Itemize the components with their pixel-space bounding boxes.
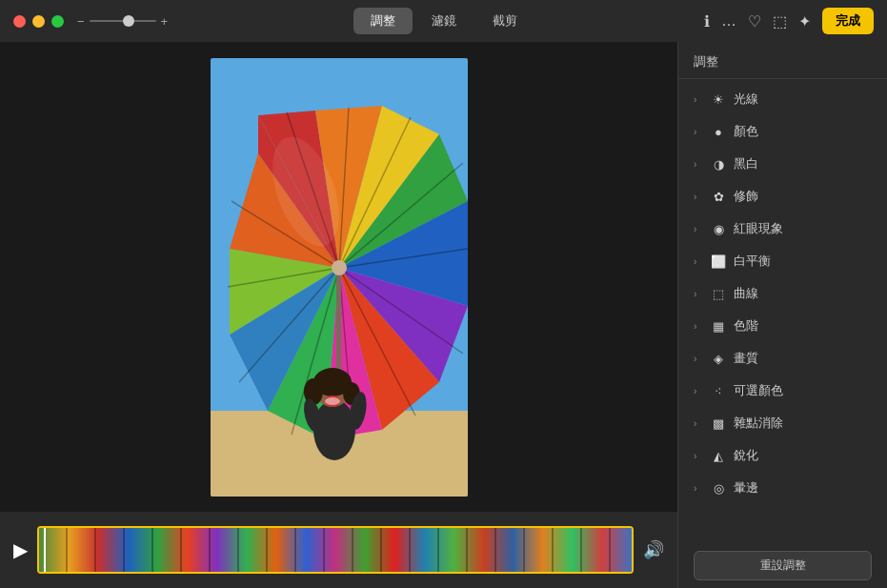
adjust-icon-vignette: ◎: [711, 480, 726, 496]
adjust-icon-redeye: ◉: [711, 221, 726, 236]
expand-arrow: ›: [694, 159, 703, 170]
expand-arrow: ›: [694, 386, 703, 396]
brightness-slider[interactable]: − +: [77, 14, 168, 29]
adjust-label-light: 光線: [734, 91, 872, 108]
expand-arrow: ›: [694, 127, 703, 137]
adjust-icon-bw: ◑: [711, 156, 726, 172]
window-controls: [0, 15, 64, 28]
adjust-icon-levels: ▦: [711, 318, 726, 334]
panel-title: 調整: [678, 42, 887, 79]
tab-adjust[interactable]: 調整: [353, 8, 413, 34]
expand-arrow: ›: [694, 451, 703, 461]
adjust-item-sharpen[interactable]: › ◭ 銳化: [678, 439, 887, 472]
photo-image: [211, 58, 468, 497]
expand-arrow: ›: [694, 289, 703, 299]
adjust-list: › ☀ 光線 › ● 顏色 › ◑ 黑白 › ✿ 修飾 › ◉ 紅眼現象 › ⬜…: [678, 79, 887, 543]
rotate-icon[interactable]: ⬚: [773, 12, 787, 30]
play-button[interactable]: ▶: [13, 538, 28, 561]
slider-thumb[interactable]: [123, 15, 134, 27]
svg-point-36: [325, 397, 340, 405]
playhead: [44, 528, 46, 572]
tab-crop[interactable]: 截剪: [475, 8, 534, 34]
adjust-icon-light: ☀: [711, 91, 726, 107]
adjust-item-noise[interactable]: › ▩ 雜點消除: [678, 407, 887, 439]
adjust-item-color[interactable]: › ● 顏色: [678, 115, 887, 148]
svg-point-28: [313, 399, 355, 460]
main-photo-area: [0, 42, 677, 512]
photo-container: [211, 58, 468, 497]
done-button[interactable]: 完成: [822, 8, 874, 34]
adjust-icon-definition: ◈: [711, 351, 726, 366]
adjust-icon-curves: ⬚: [711, 286, 726, 301]
adjust-icon-sharpen: ◭: [711, 448, 726, 463]
expand-arrow: ›: [694, 483, 703, 494]
adjust-icon-selective: ⁖: [711, 383, 726, 398]
adjust-item-redeye[interactable]: › ◉ 紅眼現象: [678, 213, 887, 245]
adjust-label-definition: 畫質: [734, 350, 872, 367]
adjust-label-bw: 黑白: [734, 155, 872, 172]
adjust-label-color: 顏色: [734, 123, 872, 140]
magic-icon[interactable]: ✦: [798, 12, 811, 30]
maximize-button[interactable]: [51, 15, 64, 28]
slider-track[interactable]: [90, 20, 156, 22]
reset-button[interactable]: 重設調整: [694, 551, 872, 580]
expand-arrow: ›: [694, 256, 703, 267]
adjust-item-retouch[interactable]: › ✿ 修飾: [678, 180, 887, 213]
expand-arrow: ›: [694, 321, 703, 332]
close-button[interactable]: [13, 15, 26, 28]
adjust-icon-wb: ⬜: [711, 253, 726, 269]
adjust-label-vignette: 暈邊: [734, 479, 872, 497]
right-panel: 調整 › ☀ 光線 › ● 顏色 › ◑ 黑白 › ✿ 修飾 › ◉ 紅眼現象 …: [677, 42, 887, 588]
adjust-icon-color: ●: [711, 124, 726, 139]
adjust-item-bw[interactable]: › ◑ 黑白: [678, 148, 887, 180]
svg-point-37: [332, 260, 347, 275]
adjust-item-vignette[interactable]: › ◎ 暈邊: [678, 472, 887, 504]
heart-icon[interactable]: ♡: [748, 12, 761, 30]
adjust-icon-retouch: ✿: [711, 189, 726, 204]
expand-arrow: ›: [694, 418, 703, 429]
brightness-max: +: [161, 14, 169, 29]
expand-arrow: ›: [694, 224, 703, 234]
expand-arrow: ›: [694, 354, 703, 364]
adjust-item-curves[interactable]: › ⬚ 曲線: [678, 277, 887, 310]
tab-group: 調整 濾鏡 截剪: [353, 8, 534, 34]
filmstrip-overlay: [39, 528, 632, 572]
adjust-label-wb: 白平衡: [734, 253, 872, 270]
adjust-label-redeye: 紅眼現象: [734, 220, 872, 237]
info-icon[interactable]: ℹ: [704, 12, 710, 30]
filmstrip-area: ▶ 🔊: [0, 512, 677, 588]
expand-arrow: ›: [694, 192, 703, 202]
adjust-item-wb[interactable]: › ⬜ 白平衡: [678, 245, 887, 277]
adjust-label-sharpen: 銳化: [734, 447, 872, 464]
expand-arrow: ›: [694, 94, 703, 105]
adjust-label-selective: 可選顏色: [734, 382, 872, 399]
adjust-label-noise: 雜點消除: [734, 415, 872, 432]
adjust-item-selective[interactable]: › ⁖ 可選顏色: [678, 375, 887, 407]
more-icon[interactable]: …: [721, 12, 736, 30]
adjust-item-levels[interactable]: › ▦ 色階: [678, 310, 887, 342]
volume-button[interactable]: 🔊: [643, 539, 664, 560]
minimize-button[interactable]: [32, 15, 45, 28]
adjust-label-retouch: 修飾: [734, 188, 872, 205]
adjust-label-curves: 曲線: [734, 285, 872, 302]
adjust-icon-noise: ▩: [711, 416, 726, 431]
tab-filters[interactable]: 濾鏡: [414, 8, 474, 34]
toolbar-right: ℹ … ♡ ⬚ ✦ 完成: [704, 8, 874, 34]
adjust-label-levels: 色階: [734, 317, 872, 335]
brightness-min: −: [77, 14, 85, 29]
titlebar: − + 調整 濾鏡 截剪 ℹ … ♡ ⬚ ✦ 完成: [0, 0, 887, 42]
filmstrip[interactable]: [37, 526, 634, 574]
adjust-item-light[interactable]: › ☀ 光線: [678, 83, 887, 115]
adjust-item-definition[interactable]: › ◈ 畫質: [678, 342, 887, 375]
